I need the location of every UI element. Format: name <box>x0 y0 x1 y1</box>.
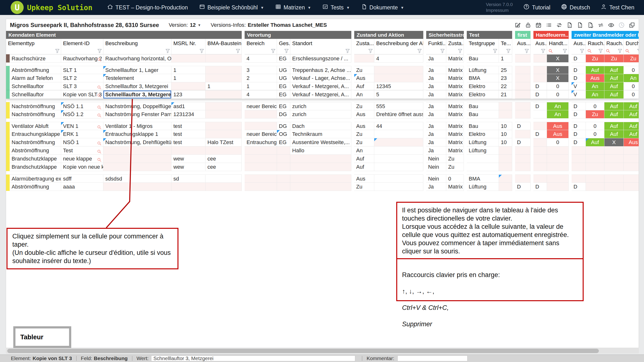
column-header-bma-baustein[interactable]: BMA-Baustein <box>206 39 242 54</box>
cell-bma-baustein[interactable] <box>206 66 242 74</box>
cell-elementtyp[interactable]: Brandschutzklappe <box>10 163 61 171</box>
filter-icon[interactable] <box>493 48 498 53</box>
cell-msrl-nr[interactable]: 1 <box>172 74 206 82</box>
cell-handt[interactable]: 0 <box>547 90 569 99</box>
cell-standort[interactable] <box>290 163 351 171</box>
column-header-elementtyp[interactable]: Elementtyp <box>6 39 61 54</box>
cell-zw-aus[interactable]: D <box>572 102 586 110</box>
cell-te[interactable]: 21 <box>499 90 512 99</box>
calendar-icon[interactable] <box>535 22 542 28</box>
cell-elementtyp[interactable]: Nachströmöffnung <box>10 110 61 118</box>
filter-icon[interactable] <box>97 48 102 53</box>
cell-geschoss[interactable] <box>277 146 290 155</box>
cell-beschreibung-aktion[interactable]: 555 <box>374 102 423 110</box>
cell-element-id[interactable]: Kopie von SLT 3 <box>61 90 103 99</box>
swap-icon[interactable] <box>598 22 604 28</box>
search-icon[interactable] <box>587 48 592 53</box>
cell-bma-baustein[interactable] <box>206 102 242 110</box>
cell-te[interactable]: 23 <box>499 74 512 82</box>
column-header-hf-aus[interactable]: Aus... <box>534 39 547 54</box>
cell-zustand[interactable]: An <box>354 146 374 155</box>
cell-first-aus[interactable] <box>515 163 530 171</box>
pdf-export-icon[interactable]: A <box>566 22 573 28</box>
cell-testgruppe[interactable]: BMA <box>467 74 499 82</box>
column-header-rauch2[interactable]: Rauch... <box>604 39 624 54</box>
search-icon[interactable] <box>97 84 102 89</box>
cell-rauch1[interactable] <box>586 163 604 171</box>
cell-te[interactable] <box>499 183 512 191</box>
cell-durch[interactable] <box>624 155 639 163</box>
cell-durch[interactable] <box>624 174 639 183</box>
search-icon[interactable] <box>97 148 102 153</box>
column-header-geschoss[interactable]: Ges... <box>277 39 290 54</box>
cell-bma-baustein[interactable] <box>206 122 242 130</box>
cell-standort[interactable] <box>290 155 351 163</box>
windows-icon[interactable] <box>628 22 635 28</box>
cell-bma-baustein[interactable] <box>206 174 242 183</box>
column-header-standort[interactable]: Standort <box>290 39 351 54</box>
cell-first-aus[interactable] <box>515 174 530 183</box>
column-header-beschreibung-aktion[interactable]: Beschreibung der Ak... <box>374 39 423 54</box>
filter-icon[interactable] <box>458 48 462 53</box>
cell-bma-baustein[interactable] <box>206 146 242 155</box>
cell-bma-baustein[interactable] <box>206 90 242 99</box>
cell-bereich[interactable] <box>244 163 277 171</box>
cell-beschreibung-aktion[interactable] <box>374 130 423 138</box>
cell-msrl-nr[interactable]: wew <box>172 163 206 171</box>
cell-hf-aus[interactable] <box>534 146 547 155</box>
cell-funktion[interactable]: Ja <box>426 90 446 99</box>
filter-icon[interactable] <box>236 48 240 53</box>
cell-zustand2[interactable]: Matrix <box>446 82 464 90</box>
cell-durch[interactable]: Auf <box>624 130 639 138</box>
cell-hf-aus[interactable]: D <box>534 183 547 191</box>
cell-standort[interactable]: Verkauf - Lager, Achse... <box>290 74 351 82</box>
search-icon[interactable] <box>97 112 102 117</box>
cell-bereich[interactable]: 1 <box>244 82 277 90</box>
cell-testgruppe[interactable]: Lüftung <box>467 183 499 191</box>
cell-hf-aus[interactable] <box>534 122 547 130</box>
cell-geschoss[interactable]: DG <box>277 110 290 118</box>
cell-geschoss[interactable] <box>277 183 290 191</box>
search-icon[interactable] <box>625 48 630 53</box>
cell-elementtyp[interactable]: Alarmübertragung ext... <box>10 174 61 183</box>
cell-handt[interactable]: An <box>547 110 569 118</box>
cell-rauch2[interactable]: Auf <box>604 66 624 74</box>
cell-zw-aus[interactable] <box>572 163 586 171</box>
cell-msrl-nr[interactable]: sd <box>172 174 206 183</box>
cell-first-aus[interactable]: D <box>515 138 530 146</box>
cell-durch[interactable]: Auf <box>624 122 639 130</box>
cell-msrl-nr[interactable]: test <box>172 130 206 138</box>
cell-hf-aus[interactable] <box>534 163 547 171</box>
cell-first-aus[interactable]: D <box>515 183 530 191</box>
search-icon[interactable] <box>97 104 102 109</box>
cell-beschreibung-aktion[interactable] <box>374 155 423 163</box>
cell-testgruppe[interactable]: Lüftung <box>467 66 499 74</box>
filter-icon[interactable] <box>55 48 60 53</box>
cell-rauch2[interactable] <box>604 155 624 163</box>
cell-zw-aus[interactable] <box>572 174 586 183</box>
excel-export-icon[interactable]: x <box>577 22 584 28</box>
cell-elementtyp[interactable]: Nachströmöffnung <box>10 138 61 146</box>
cell-rauch1[interactable]: An <box>586 90 604 99</box>
cell-beschreibung[interactable]: Entrauchungsklappe 1 <box>103 130 172 138</box>
cell-element-id[interactable]: ERK 1 <box>61 130 103 138</box>
cell-hf-aus[interactable] <box>534 66 547 74</box>
cell-standort[interactable]: Treppenhaus 2, Achse ... <box>290 66 351 74</box>
cell-zustand2[interactable]: Matrix <box>446 138 464 146</box>
cell-handt[interactable] <box>547 174 569 183</box>
cell-zustand[interactable]: Zu <box>354 102 374 110</box>
cell-elementtyp[interactable]: Rauchschürze <box>10 54 61 62</box>
cell-rauch2[interactable]: Auf <box>604 122 624 130</box>
filter-icon[interactable] <box>166 48 170 53</box>
cell-beschreibung-aktion[interactable] <box>374 163 423 171</box>
filter-icon[interactable] <box>618 48 622 53</box>
cell-element-id[interactable]: NSÖ 1.2 <box>61 110 103 118</box>
cell-bma-baustein[interactable]: Halo TZest <box>206 138 242 146</box>
filter-icon[interactable] <box>271 48 276 53</box>
cell-hf-aus[interactable]: D <box>534 90 547 99</box>
cell-standort[interactable]: Dach <box>290 122 351 130</box>
cell-zustand2[interactable]: Zu <box>446 163 464 171</box>
cell-handt[interactable]: An <box>547 102 569 110</box>
cell-te[interactable] <box>499 102 512 110</box>
cell-hf-aus[interactable]: D <box>534 82 547 90</box>
